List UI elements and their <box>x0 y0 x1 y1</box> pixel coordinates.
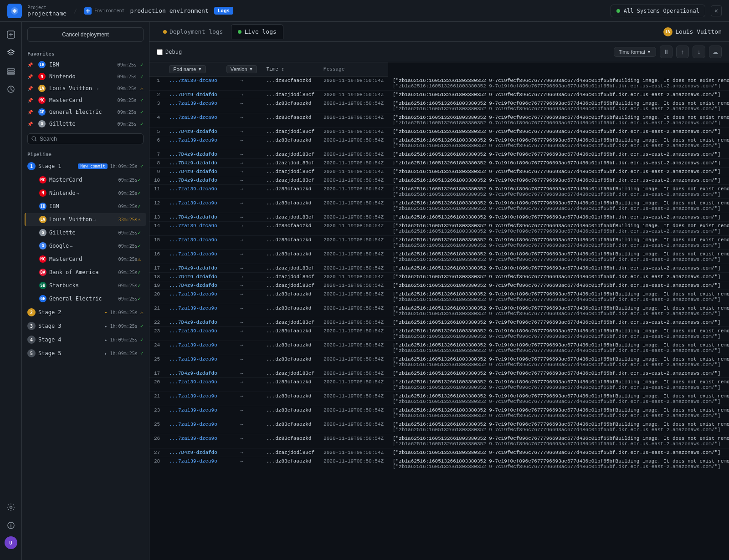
pause-button[interactable]: ⏸ <box>660 46 673 58</box>
pod-arrow-icon: → <box>222 221 262 235</box>
version-cell: ...dz83cfaaozkd <box>262 392 319 406</box>
cancel-deployment-button[interactable]: Cancel deployment <box>27 27 144 42</box>
fav-item-ge[interactable]: 📌 GE General Electric 09m:25s ✓ <box>22 106 149 118</box>
rail-settings-icon[interactable] <box>4 500 18 514</box>
row-num: 13 <box>149 213 164 221</box>
pod-cell: ...7za139-dzca9o <box>164 326 222 341</box>
pod-name-sort-btn[interactable]: Pod name ▼ <box>169 65 206 73</box>
version-cell: ...dz83cfaaozkd <box>262 221 319 235</box>
fav-item-mc[interactable]: 📌 MC MasterCard 09m:25s ✓ <box>22 94 149 106</box>
table-row: 2 ...7D4z9-dzdafdo → ...dzazjdodl83cf 20… <box>149 90 729 99</box>
pipeline-ibm[interactable]: IB IBM 09m:25s ✓ <box>25 200 146 213</box>
table-row: 22 ...7D4z9-dzdafdo → ...dzazjdodl83cf 2… <box>149 318 729 326</box>
cloud-button[interactable]: ☁ <box>709 46 722 58</box>
rail-layers-icon[interactable] <box>4 46 18 60</box>
version-sort-btn[interactable]: Version ▼ <box>226 65 257 73</box>
col-header-message: Message <box>319 62 388 76</box>
pod-cell: ...7za139-dzca9o <box>164 355 222 369</box>
scroll-top-button[interactable]: ↑ <box>676 46 689 58</box>
pipeline-nintendo[interactable]: N Nintendo → 09m:25s ✓ <box>25 187 146 199</box>
stage-3-header[interactable]: 3 Stage 3 ▸ 1h:09m:25s ✓ <box>22 319 149 333</box>
brand-icon-mc: MC <box>38 97 46 104</box>
time-cell: 2020-11-19T08:50:54Z <box>319 290 388 304</box>
log-container[interactable]: Pod name ▼ Version ▼ Time ↕ <box>149 62 729 560</box>
stage-4-header[interactable]: 4 Stage 4 ▸ 1h:09m:25s ✓ <box>22 333 149 346</box>
time-cell: 2020-11-19T08:50:54Z <box>319 355 388 369</box>
msg-cell: ["zb1a62516:1605132661803380352 9-7c19f0… <box>388 341 729 355</box>
rail-home-icon[interactable] <box>4 27 18 42</box>
pipeline-starbucks[interactable]: SB Starbucks 09m:25s ✓ <box>25 279 146 292</box>
row-num: 6 <box>149 136 164 150</box>
debug-checkbox-label[interactable]: Debug <box>157 49 182 55</box>
env-name[interactable]: production environment <box>130 7 209 14</box>
fav-item-nintendo[interactable]: 📌 N Nintendo 09m:25s ✓ <box>22 71 149 82</box>
pod-arrow-icon: → <box>222 326 262 341</box>
col-header-version[interactable]: Version ▼ <box>222 62 262 76</box>
time-cell: 2020-11-19T08:50:54Z <box>319 457 388 471</box>
close-button[interactable]: × <box>711 5 722 16</box>
fav-time-mc: 09m:25s <box>118 98 137 103</box>
nin-status: ✓ <box>138 190 141 196</box>
row-num: 25 <box>149 420 164 434</box>
nav-separator: / <box>74 8 77 14</box>
env-icon <box>84 7 92 15</box>
time-cell: 2020-11-19T08:50:54Z <box>319 213 388 221</box>
version-cell: ...dzazjdodl83cf <box>262 90 319 99</box>
pipeline-mastercard[interactable]: MC MasterCard 09m:25s ✓ <box>25 173 146 186</box>
pipeline-google[interactable]: G Google → 09m:25s ✓ <box>25 239 146 252</box>
time-cell: 2020-11-19T08:50:54Z <box>319 199 388 213</box>
version-cell: ...dz83cfaaozkd <box>262 355 319 369</box>
svg-point-7 <box>10 506 12 509</box>
pipeline-mc2-label: MasterCard <box>49 256 82 262</box>
fav-time-lv: 09m:25s <box>118 86 137 91</box>
rail-history-icon[interactable] <box>4 82 18 97</box>
user-avatar[interactable]: U <box>5 536 17 549</box>
msg-cell: ["zb1a62516:1605132661803380352 9-7c19f0… <box>388 290 729 304</box>
deployment-logs-dot <box>163 30 167 34</box>
stage-5-header[interactable]: 5 Stage 5 ▸ 1h:09m:25s ✓ <box>22 346 149 360</box>
col-header-pod[interactable]: Pod name ▼ <box>164 62 222 76</box>
debug-checkbox[interactable] <box>157 49 163 55</box>
search-input[interactable] <box>40 136 139 142</box>
rail-stack-icon[interactable] <box>4 64 18 78</box>
rail-info-icon[interactable] <box>4 518 18 533</box>
log-toolbar: Debug Time format ▼ ⏸ ↑ ↓ ☁ <box>149 42 729 62</box>
row-num: 17 <box>149 369 164 377</box>
fav-item-ibm[interactable]: 📌 IB IBM 09m:25s ✓ <box>22 59 149 71</box>
fav-name-mc: MasterCard <box>49 97 82 103</box>
fav-item-lv[interactable]: 📌 LV Louis Vuitton → 09m:25s ⚠ <box>22 82 149 94</box>
pod-cell: ...7za139-dzca9o <box>164 199 222 213</box>
version-cell: ...dz83cfaaozkd <box>262 136 319 150</box>
pipeline-lv[interactable]: LV Louis Vuitton → 33m:25s ⚠ <box>25 213 146 226</box>
status-dot <box>616 9 620 13</box>
table-row: 7 ...7D4z9-dzdafdo → ...dzazjdodl83cf 20… <box>149 150 729 158</box>
version-cell: ...dzazjdodl83cf <box>262 213 319 221</box>
pipeline-boa[interactable]: BA Bank of America 09m:25s ✓ <box>25 266 146 279</box>
table-row: 11 ...7za139-dzca9o → ...dz83cfaaozkd 20… <box>149 184 729 199</box>
pipeline-gillette[interactable]: G Gillette 09m:25s ✓ <box>25 226 146 239</box>
tab-live-logs[interactable]: Live logs <box>231 24 283 39</box>
app-logo[interactable] <box>7 4 22 18</box>
fav-item-gillette[interactable]: 📌 G Gillette 09m:25s ✓ <box>22 118 149 130</box>
stage-2-time: 1h:09m:25s <box>110 310 138 315</box>
pipeline-mastercard2[interactable]: MC MasterCard 09m:25s ⚠ <box>25 253 146 265</box>
pipeline-sb-label: Starbucks <box>49 282 79 289</box>
stage-2-num: 2 <box>27 308 36 316</box>
tab-deployment-logs[interactable]: Deployment logs <box>157 25 229 39</box>
col-header-time[interactable]: Time ↕ <box>262 62 319 76</box>
nav-project: Project projectname <box>27 5 67 17</box>
pipeline-ge[interactable]: GE General Electric 09m:25s ✓ <box>25 292 146 305</box>
time-format-button[interactable]: Time format ▼ <box>614 47 656 57</box>
version-cell: ...dzazjdodl83cf <box>262 281 319 290</box>
stage-1-header[interactable]: 1 Stage 1 New commit 1h:09m:25s ✓ <box>22 159 149 173</box>
download-button[interactable]: ↓ <box>693 46 705 58</box>
col-header-num <box>149 62 164 76</box>
stage-2-label: Stage 2 <box>38 309 100 316</box>
msg-cell: ["zb1a62516:1605132661803380352 9-7c19f0… <box>388 448 729 457</box>
msg-cell: ["zb1a62516:1605132661803380352 9-7c19f0… <box>388 167 729 176</box>
table-row: 1 ...7za139-dzca9o → ...dz83cfaaozkd 202… <box>149 76 729 91</box>
pod-arrow-icon: → <box>222 272 262 281</box>
stage-2-header[interactable]: 2 Stage 2 ▾ 1h:09m:25s ⚠ <box>22 305 149 319</box>
svg-rect-4 <box>7 71 15 72</box>
user-brand-icon: LV <box>663 27 673 36</box>
